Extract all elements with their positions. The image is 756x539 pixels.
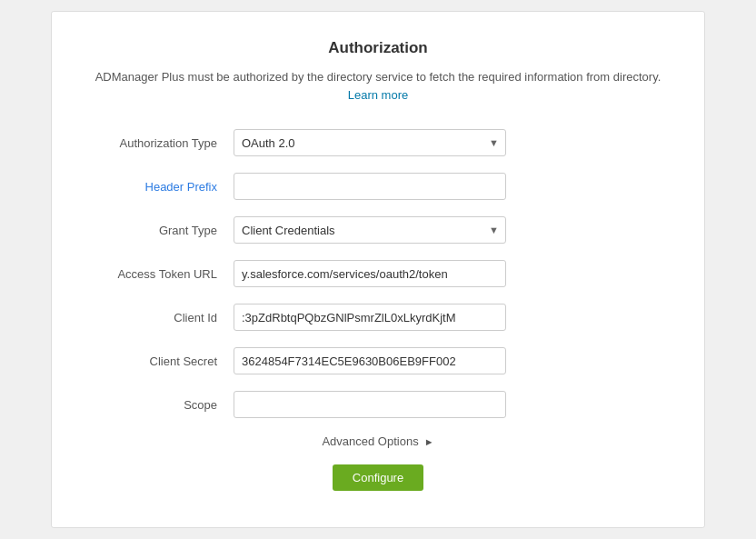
header-prefix-label: Header Prefix: [88, 180, 234, 194]
grant-type-label: Grant Type: [88, 224, 234, 237]
client-id-label: Client Id: [88, 311, 234, 324]
page-description: ADManager Plus must be authorized by the…: [88, 68, 668, 104]
client-id-input[interactable]: [234, 304, 506, 331]
access-token-url-row: Access Token URL: [88, 260, 668, 287]
client-secret-label: Client Secret: [88, 354, 234, 368]
client-secret-input[interactable]: [234, 347, 506, 374]
access-token-url-input[interactable]: [234, 260, 506, 287]
scope-input[interactable]: [234, 391, 506, 418]
grant-type-row: Grant Type Client Credentials Password A…: [88, 216, 668, 244]
configure-button[interactable]: Configure: [333, 464, 423, 491]
client-secret-row: Client Secret: [88, 347, 668, 374]
learn-more-link[interactable]: Learn more: [348, 88, 408, 102]
authorization-type-select-wrapper: OAuth 2.0 Basic Auth API Key ▼: [234, 129, 506, 156]
page-title: Authorization: [88, 39, 668, 57]
authorization-form-container: Authorization ADManager Plus must be aut…: [51, 11, 705, 528]
authorization-type-label: Authorization Type: [88, 136, 234, 150]
grant-type-select-wrapper: Client Credentials Password Authorizatio…: [234, 216, 506, 244]
authorization-type-row: Authorization Type OAuth 2.0 Basic Auth …: [88, 129, 668, 156]
advanced-options-label[interactable]: Advanced Options: [322, 434, 418, 448]
advanced-options-arrow-icon: ►: [424, 436, 434, 447]
header-prefix-input[interactable]: [234, 173, 506, 200]
grant-type-select[interactable]: Client Credentials Password Authorizatio…: [234, 216, 506, 244]
configure-row: Configure: [88, 464, 668, 491]
client-id-row: Client Id: [88, 304, 668, 331]
authorization-type-select[interactable]: OAuth 2.0 Basic Auth API Key: [234, 129, 506, 156]
advanced-options-row: Advanced Options ►: [88, 434, 668, 448]
scope-label: Scope: [88, 398, 234, 412]
header-prefix-row: Header Prefix: [88, 173, 668, 200]
access-token-url-label: Access Token URL: [88, 267, 234, 281]
scope-row: Scope: [88, 391, 668, 418]
description-text: ADManager Plus must be authorized by the…: [95, 70, 662, 84]
